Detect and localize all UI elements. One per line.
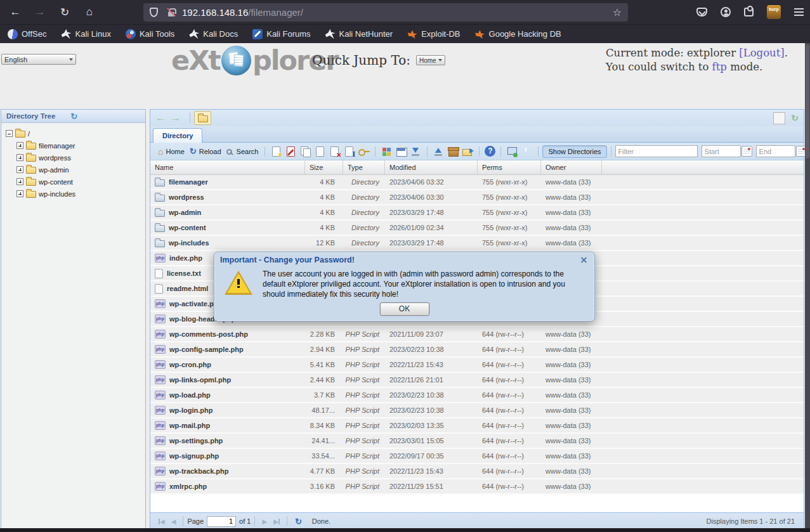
tree-item-root[interactable]: /	[6, 127, 145, 139]
reload-button[interactable]: ↻Reload	[187, 146, 224, 157]
table-row-wp-content[interactable]: wp-content4 KBDirectory2026/01/09 02:347…	[150, 221, 804, 236]
bookmark-exploit-db[interactable]: Exploit-DB	[407, 29, 460, 39]
table-row-wp-mail.php[interactable]: phpwp-mail.php8.34 KBPHP Script2023/02/0…	[150, 418, 804, 434]
bookmark-google-hacking-db[interactable]: Google Hacking DB	[475, 29, 561, 39]
scrollbar-thumb[interactable]	[806, 44, 809, 159]
insecure-lock-icon[interactable]	[167, 7, 176, 17]
end-date-input[interactable]	[756, 145, 795, 157]
new-document-button[interactable]	[314, 146, 326, 157]
collapse-icon[interactable]	[6, 130, 13, 137]
search-button[interactable]: Search	[224, 146, 261, 157]
column-header-modified[interactable]: Modified	[385, 160, 478, 174]
url-text[interactable]: 192.168.148.16/filemanager/	[182, 7, 303, 18]
column-header-owner[interactable]: Owner	[541, 160, 602, 174]
table-row-filemanager[interactable]: filemanager4 KBDirectory2023/04/06 03:32…	[150, 175, 804, 190]
start-date-input[interactable]	[702, 145, 741, 157]
expand-icon[interactable]	[16, 178, 23, 185]
edit-button[interactable]	[285, 146, 297, 157]
bookmark-kali-nethunter[interactable]: Kali NetHunter	[325, 29, 393, 39]
bookmark-offsec[interactable]: OffSec	[8, 29, 47, 39]
tree-item-wp-content[interactable]: wp-content	[6, 176, 145, 188]
table-row-wp-admin[interactable]: wp-admin4 KBDirectory2023/03/29 17:48755…	[150, 205, 804, 221]
prev-page-button[interactable]: ◀	[168, 518, 180, 525]
back-icon[interactable]: ←	[6, 3, 25, 21]
table-row-xmlrpc.php[interactable]: phpxmlrpc.php3.16 KBPHP Script2022/11/29…	[150, 479, 804, 495]
menu-icon[interactable]	[794, 8, 804, 16]
show-directories-button[interactable]: Show Directories	[542, 145, 606, 158]
account-icon[interactable]	[721, 7, 731, 17]
quick-jump-select[interactable]: Home	[416, 55, 445, 65]
copy-button[interactable]	[299, 146, 311, 157]
selection-box[interactable]	[773, 112, 785, 124]
table-row-wp-links-opml.php[interactable]: phpwp-links-opml.php2.44 KBPHP Script202…	[150, 373, 804, 388]
forward-icon[interactable]: →	[30, 3, 49, 21]
table-row-wp-signup.php[interactable]: phpwp-signup.php33.54...PHP Script2022/0…	[150, 449, 804, 464]
burp-extension-icon[interactable]: burp	[767, 5, 781, 19]
column-header-type[interactable]: Type	[343, 160, 385, 174]
delete-button[interactable]	[329, 146, 341, 157]
table-row-wp-login.php[interactable]: phpwp-login.php48.17...PHP Script2023/02…	[150, 403, 804, 418]
home-button[interactable]: ⌂Home	[155, 146, 187, 157]
language-select[interactable]: English	[1, 54, 76, 65]
up-directory-button[interactable]	[194, 111, 211, 125]
logout-link[interactable]: [Logout]	[739, 47, 785, 59]
bookmark-kali-forums[interactable]: Kali Forums	[252, 29, 310, 39]
page-scrollbar[interactable]	[805, 43, 810, 528]
table-row-wp-comments-post.php[interactable]: phpwp-comments-post.php2.28 KBPHP Script…	[150, 327, 804, 342]
expand-icon[interactable]	[16, 190, 23, 197]
close-icon[interactable]	[579, 255, 589, 264]
tree-refresh-icon[interactable]: ↻	[70, 112, 77, 121]
extract-button[interactable]	[462, 146, 474, 157]
bookmark-kali-docs[interactable]: Kali Docs	[189, 29, 238, 39]
pocket-icon[interactable]	[696, 8, 707, 16]
download-button[interactable]	[410, 146, 422, 157]
page-number-input[interactable]	[207, 516, 236, 527]
next-page-button[interactable]: ▶	[259, 518, 270, 525]
history-back-icon[interactable]: ←	[155, 112, 166, 124]
new-file-button[interactable]	[270, 146, 282, 157]
column-header-size[interactable]: Size	[305, 160, 343, 174]
tree-item-wordpress[interactable]: wordpress	[6, 152, 145, 164]
tree-item-wp-admin[interactable]: wp-admin	[6, 164, 145, 176]
expand-icon[interactable]	[16, 154, 23, 161]
panel-refresh-icon[interactable]: ↻	[791, 113, 799, 123]
rename-button[interactable]	[343, 146, 355, 157]
bookmark-kali-linux[interactable]: Kali Linux	[62, 29, 111, 39]
column-header-name[interactable]: Name	[150, 160, 305, 174]
expand-icon[interactable]	[16, 166, 23, 173]
calendar-icon[interactable]	[741, 146, 752, 157]
tree-item-filemanager[interactable]: filemanager	[6, 139, 145, 152]
bookmark-kali-tools[interactable]: Kali Tools	[126, 29, 174, 39]
first-page-button[interactable]: ◀	[155, 518, 168, 525]
expand-icon[interactable]	[16, 142, 23, 149]
pager-refresh-icon[interactable]: ↻	[291, 517, 306, 526]
tree-item-wp-includes[interactable]: wp-includes	[6, 188, 145, 200]
ftp-link[interactable]: ftp	[712, 61, 727, 73]
view-grid-button[interactable]	[381, 146, 393, 157]
dialog-title-bar[interactable]: Important - Change your Password!	[214, 252, 594, 267]
table-row-wordpress[interactable]: wordpress4 KBDirectory2023/04/06 03:3075…	[150, 190, 804, 205]
table-row-wp-load.php[interactable]: phpwp-load.php3.7 KBPHP Script2023/02/23…	[150, 388, 804, 403]
tab-directory[interactable]: Directory	[153, 128, 202, 143]
url-bar[interactable]: 192.168.148.16/filemanager/ ☆	[143, 3, 628, 22]
admin-button[interactable]	[506, 146, 518, 157]
last-page-button[interactable]: ▶	[270, 518, 283, 525]
reload-icon[interactable]: ↻	[55, 3, 74, 21]
upload-button[interactable]	[433, 146, 445, 157]
extensions-icon[interactable]	[744, 8, 754, 16]
bookmark-star-icon[interactable]: ☆	[613, 6, 622, 18]
history-forward-icon[interactable]: →	[171, 112, 181, 124]
table-row-wp-config-sample.php[interactable]: phpwp-config-sample.php2.94 KBPHP Script…	[150, 342, 804, 358]
column-header-perms[interactable]: Perms	[478, 160, 541, 174]
view-list-button[interactable]	[395, 146, 407, 157]
home-icon[interactable]: ⌂	[80, 3, 99, 21]
table-row-wp-cron.php[interactable]: phpwp-cron.php5.41 KBPHP Script2022/11/2…	[150, 358, 804, 373]
ok-button[interactable]: OK	[380, 302, 429, 316]
table-row-wp-includes[interactable]: wp-includes12 KBDirectory2023/03/29 17:4…	[150, 236, 804, 251]
archive-button[interactable]	[447, 146, 459, 157]
filter-input[interactable]	[615, 145, 698, 157]
shield-icon[interactable]	[150, 8, 158, 17]
table-row-wp-trackback.php[interactable]: phpwp-trackback.php4.77 KBPHP Script2022…	[150, 464, 804, 479]
help-button[interactable]: ?	[485, 146, 495, 157]
table-row-wp-settings.php[interactable]: phpwp-settings.php24.41...PHP Script2023…	[150, 434, 804, 449]
